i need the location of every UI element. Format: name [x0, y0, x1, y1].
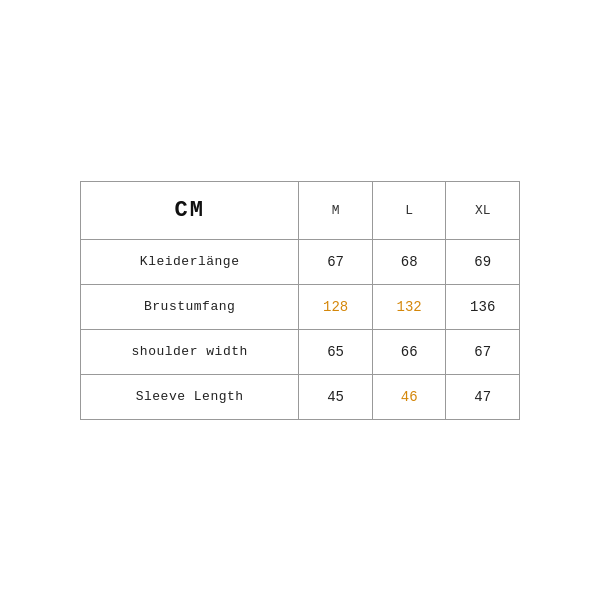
row-label-0: Kleiderlänge	[81, 239, 299, 284]
row-2-val-1: 66	[372, 329, 446, 374]
size-xl-header: XL	[446, 181, 520, 239]
size-table: CM M L XL Kleiderlänge676869Brustumfang1…	[80, 181, 520, 420]
size-m-header: M	[299, 181, 373, 239]
unit-header: CM	[81, 181, 299, 239]
row-3-val-0: 45	[299, 374, 373, 419]
table-row: Brustumfang128132136	[81, 284, 520, 329]
table-row: shoulder width656667	[81, 329, 520, 374]
row-1-val-2: 136	[446, 284, 520, 329]
row-1-val-0: 128	[299, 284, 373, 329]
row-label-3: Sleeve Length	[81, 374, 299, 419]
row-0-val-0: 67	[299, 239, 373, 284]
row-2-val-2: 67	[446, 329, 520, 374]
row-0-val-2: 69	[446, 239, 520, 284]
table-header-row: CM M L XL	[81, 181, 520, 239]
size-l-header: L	[372, 181, 446, 239]
table-row: Kleiderlänge676869	[81, 239, 520, 284]
size-table-wrapper: CM M L XL Kleiderlänge676869Brustumfang1…	[80, 181, 520, 420]
row-label-2: shoulder width	[81, 329, 299, 374]
row-0-val-1: 68	[372, 239, 446, 284]
row-2-val-0: 65	[299, 329, 373, 374]
table-row: Sleeve Length454647	[81, 374, 520, 419]
row-3-val-1: 46	[372, 374, 446, 419]
row-3-val-2: 47	[446, 374, 520, 419]
row-label-1: Brustumfang	[81, 284, 299, 329]
row-1-val-1: 132	[372, 284, 446, 329]
